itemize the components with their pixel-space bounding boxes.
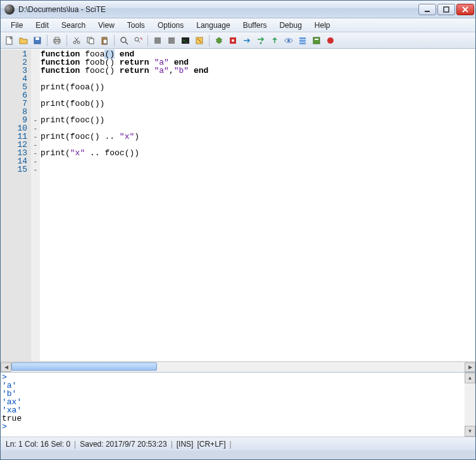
step-over-button[interactable] xyxy=(241,34,253,47)
scroll-up-button[interactable]: ▲ xyxy=(465,373,475,383)
line-gutter[interactable]: 1 2 3 4 5 6 7 8 9 10 11 12 13 14 15 xyxy=(1,49,31,361)
svg-rect-17 xyxy=(103,37,106,38)
step-into-icon xyxy=(256,35,266,46)
menu-options[interactable]: Options xyxy=(151,20,190,31)
menu-view[interactable]: View xyxy=(92,20,121,31)
svg-text:>_: >_ xyxy=(183,39,188,42)
title-bar: D:\Documents\lua - SciTE xyxy=(1,1,475,18)
menu-buffers[interactable]: Buffers xyxy=(237,20,273,31)
menu-tools[interactable]: Tools xyxy=(121,20,151,31)
editor-hscroll[interactable]: ◀ ▶ xyxy=(1,361,475,372)
block1-button[interactable] xyxy=(151,34,164,47)
status-separator: | xyxy=(171,440,173,449)
menu-edit[interactable]: Edit xyxy=(29,20,55,31)
replace-button[interactable] xyxy=(132,34,144,47)
printer-icon xyxy=(52,35,62,46)
step-into-button[interactable] xyxy=(254,34,267,47)
svg-point-36 xyxy=(260,42,262,44)
breakpoint-icon xyxy=(228,35,238,46)
bug-run-icon xyxy=(214,35,224,46)
scroll-down-button[interactable]: ▼ xyxy=(465,426,475,437)
fold-mark[interactable]: - xyxy=(31,165,40,174)
svg-point-38 xyxy=(287,39,290,42)
maximize-icon xyxy=(441,4,451,15)
stack-button[interactable] xyxy=(296,34,309,47)
output-line: 'xa' xyxy=(2,406,463,414)
status-position: Ln: 1 Col: 16 Sel: 0 xyxy=(6,440,70,449)
window-buttons xyxy=(418,4,474,15)
svg-rect-6 xyxy=(35,37,39,40)
minimize-button[interactable] xyxy=(418,4,436,15)
fold-column[interactable]: - - - - - - - xyxy=(31,49,40,361)
output-pane: > 'a''b''ax''xa'true> ▲ ▼ xyxy=(1,372,475,437)
scissors-icon xyxy=(72,35,82,46)
stop-button[interactable] xyxy=(324,34,337,47)
scroll-right-button[interactable]: ▶ xyxy=(465,362,475,372)
fold-mark[interactable] xyxy=(31,58,40,67)
status-bar: Ln: 1 Col: 16 Sel: 0 | Saved: 2017/9/7 2… xyxy=(1,437,475,450)
menu-file[interactable]: File xyxy=(4,20,29,31)
stop-icon xyxy=(325,35,335,46)
fold-mark[interactable] xyxy=(31,50,40,58)
paste-button[interactable] xyxy=(98,34,111,47)
save-icon xyxy=(32,35,42,46)
scroll-track[interactable] xyxy=(11,362,465,372)
toggle-bp-button[interactable] xyxy=(227,34,239,47)
svg-point-35 xyxy=(232,39,234,42)
block2-button[interactable] xyxy=(165,34,178,47)
copy-button[interactable] xyxy=(84,34,97,47)
fold-mark[interactable] xyxy=(31,91,40,99)
svg-rect-9 xyxy=(55,42,59,44)
paste-icon xyxy=(99,35,110,46)
toolbar-separator xyxy=(114,35,115,46)
svg-rect-41 xyxy=(299,42,306,44)
new-button[interactable] xyxy=(3,34,16,47)
clear-icon xyxy=(194,35,204,46)
close-button[interactable] xyxy=(456,4,474,15)
step-out-button[interactable] xyxy=(268,34,281,47)
print-button[interactable] xyxy=(51,34,63,47)
eye-icon xyxy=(284,35,294,46)
status-insert-mode: [INS] xyxy=(177,440,194,449)
maximize-button[interactable] xyxy=(437,4,455,15)
svg-point-44 xyxy=(327,37,334,44)
scroll-thumb[interactable] xyxy=(11,362,157,371)
editor-body: 1 2 3 4 5 6 7 8 9 10 11 12 13 14 15 - xyxy=(1,49,475,361)
run-button[interactable] xyxy=(213,34,225,47)
save-button[interactable] xyxy=(31,34,44,47)
svg-point-29 xyxy=(216,37,222,44)
menu-help[interactable]: Help xyxy=(308,20,337,31)
copy-icon xyxy=(85,35,96,46)
fold-mark[interactable] xyxy=(31,83,40,91)
output-vscroll[interactable]: ▲ ▼ xyxy=(465,373,475,437)
menu-search[interactable]: Search xyxy=(55,20,92,31)
code-area[interactable]: function fooa() endfunction foob() retur… xyxy=(40,49,475,361)
output-line: 'a' xyxy=(2,381,463,390)
status-separator: | xyxy=(229,440,231,449)
cut-button[interactable] xyxy=(70,34,83,47)
watch-button[interactable] xyxy=(282,34,295,47)
menu-debug[interactable]: Debug xyxy=(273,20,308,31)
output-area[interactable]: > 'a''b''ax''xa'true> xyxy=(1,373,465,437)
find-button[interactable] xyxy=(118,34,130,47)
svg-point-19 xyxy=(121,37,126,42)
console-button[interactable]: >_ xyxy=(179,34,192,47)
scroll-track[interactable] xyxy=(465,383,475,426)
window-title: D:\Documents\lua - SciTE xyxy=(18,5,418,14)
output-line: > xyxy=(2,423,463,431)
clear-button[interactable] xyxy=(193,34,206,47)
svg-rect-23 xyxy=(154,37,161,44)
scroll-left-button[interactable]: ◀ xyxy=(1,362,11,372)
open-button[interactable] xyxy=(17,34,30,47)
minimize-icon xyxy=(422,4,432,15)
menu-language[interactable]: Language xyxy=(190,20,236,31)
fold-mark[interactable] xyxy=(31,67,40,75)
output-line: 'ax' xyxy=(2,398,463,406)
svg-rect-8 xyxy=(55,37,59,39)
svg-rect-18 xyxy=(103,39,107,44)
fold-mark[interactable] xyxy=(31,75,40,83)
fold-mark[interactable] xyxy=(31,99,40,108)
locals-button[interactable] xyxy=(310,34,323,47)
open-folder-icon xyxy=(18,35,28,46)
svg-rect-1 xyxy=(444,7,449,12)
